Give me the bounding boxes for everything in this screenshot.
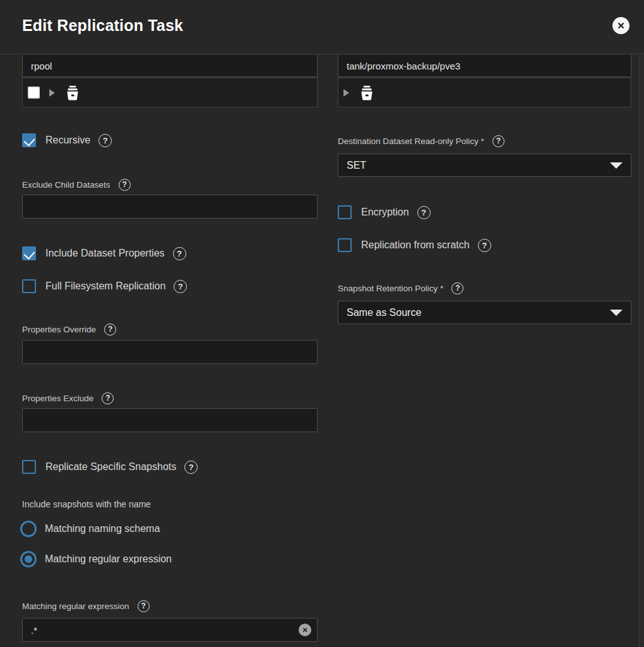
- recursive-label: Recursive: [45, 135, 90, 146]
- help-icon[interactable]: ?: [104, 324, 116, 336]
- help-icon[interactable]: ?: [98, 134, 112, 147]
- properties-override-input[interactable]: [22, 340, 318, 364]
- recursive-checkbox[interactable]: [22, 133, 36, 147]
- retention-policy-label: Snapshot Retention Policy *: [338, 284, 443, 293]
- replicate-specific-snapshots-row: Replicate Specific Snapshots ?: [22, 459, 198, 475]
- properties-exclude-label-row: Properties Exclude ?: [22, 392, 114, 404]
- retention-policy-label-row: Snapshot Retention Policy * ?: [338, 282, 463, 294]
- dataset-icon[interactable]: [359, 85, 375, 101]
- help-icon[interactable]: ?: [417, 206, 431, 219]
- help-icon[interactable]: ?: [138, 600, 150, 612]
- source-path-input[interactable]: [22, 55, 318, 77]
- replicate-specific-snapshots-label: Replicate Specific Snapshots: [45, 461, 176, 473]
- matching-regular-expression-radio-label: Matching regular expression: [45, 553, 172, 565]
- matching-regex-label: Matching regular expression: [22, 602, 129, 611]
- encryption-row: Encryption ?: [338, 205, 431, 220]
- matching-regex-label-row: Matching regular expression ?: [22, 600, 150, 612]
- matching-regex-input[interactable]: [22, 618, 318, 642]
- readonly-policy-label: Destination Dataset Read-only Policy *: [338, 136, 484, 146]
- matching-regular-expression-row: Matching regular expression: [20, 550, 172, 567]
- recursive-row: Recursive ?: [22, 133, 112, 148]
- destination-dataset-tree: [338, 78, 631, 107]
- replication-from-scratch-label: Replication from scratch: [361, 239, 470, 251]
- properties-override-label-row: Properties Override ?: [22, 323, 116, 336]
- help-icon[interactable]: ?: [119, 179, 131, 191]
- chevron-down-icon: [610, 310, 623, 316]
- matching-naming-schema-label: Matching naming schema: [45, 523, 160, 535]
- matching-naming-schema-row: Matching naming schema: [20, 520, 160, 537]
- full-filesystem-replication-row: Full Filesystem Replication ?: [22, 279, 187, 294]
- retention-policy-value: Same as Source: [347, 307, 421, 318]
- source-dataset-checkbox[interactable]: [28, 87, 40, 99]
- panel-edge-strip: [639, 55, 644, 647]
- readonly-policy-label-row: Destination Dataset Read-only Policy * ?: [338, 135, 504, 147]
- retention-policy-select[interactable]: Same as Source: [338, 301, 631, 324]
- include-snapshots-with-name-label: Include snapshots with the name: [22, 499, 151, 509]
- help-icon[interactable]: ?: [174, 280, 187, 293]
- exclude-child-input[interactable]: [22, 195, 318, 219]
- dialog-title: Edit Replication Task: [22, 16, 183, 35]
- replicate-specific-snapshots-checkbox[interactable]: [22, 460, 36, 474]
- help-icon[interactable]: ?: [492, 135, 504, 147]
- include-dataset-properties-label: Include Dataset Properties: [45, 248, 165, 259]
- full-filesystem-replication-label: Full Filesystem Replication: [45, 281, 165, 292]
- help-icon[interactable]: ?: [478, 239, 491, 252]
- encryption-checkbox[interactable]: [338, 205, 352, 219]
- destination-path-input[interactable]: [338, 55, 631, 77]
- properties-exclude-label: Properties Exclude: [22, 394, 93, 403]
- encryption-label: Encryption: [361, 207, 409, 218]
- expand-arrow-icon[interactable]: [343, 89, 349, 97]
- help-icon[interactable]: ?: [102, 392, 114, 404]
- chevron-down-icon: [610, 162, 623, 169]
- replication-from-scratch-checkbox[interactable]: [338, 238, 352, 252]
- include-dataset-properties-checkbox[interactable]: [22, 246, 36, 260]
- close-icon[interactable]: ✕: [612, 17, 629, 34]
- help-icon[interactable]: ?: [451, 282, 463, 294]
- readonly-policy-value: SET: [347, 160, 366, 171]
- exclude-child-label: Exclude Child Datasets: [22, 180, 110, 190]
- properties-override-label: Properties Override: [22, 325, 96, 334]
- include-dataset-properties-row: Include Dataset Properties ?: [22, 246, 186, 261]
- readonly-policy-select[interactable]: SET: [338, 154, 631, 177]
- exclude-child-label-row: Exclude Child Datasets ?: [22, 178, 131, 191]
- matching-naming-schema-radio[interactable]: [20, 521, 37, 537]
- dataset-icon[interactable]: [64, 85, 81, 101]
- source-dataset-tree: [22, 78, 318, 107]
- clear-input-icon[interactable]: ✕: [299, 624, 311, 636]
- matching-regular-expression-radio[interactable]: [20, 551, 37, 567]
- dialog-header: Edit Replication Task ✕: [0, 0, 644, 54]
- replication-from-scratch-row: Replication from scratch ?: [338, 238, 491, 253]
- properties-exclude-input[interactable]: [22, 408, 318, 432]
- help-icon[interactable]: ?: [173, 247, 186, 260]
- help-icon[interactable]: ?: [184, 461, 198, 474]
- expand-arrow-icon[interactable]: [49, 89, 55, 97]
- full-filesystem-replication-checkbox[interactable]: [22, 279, 36, 293]
